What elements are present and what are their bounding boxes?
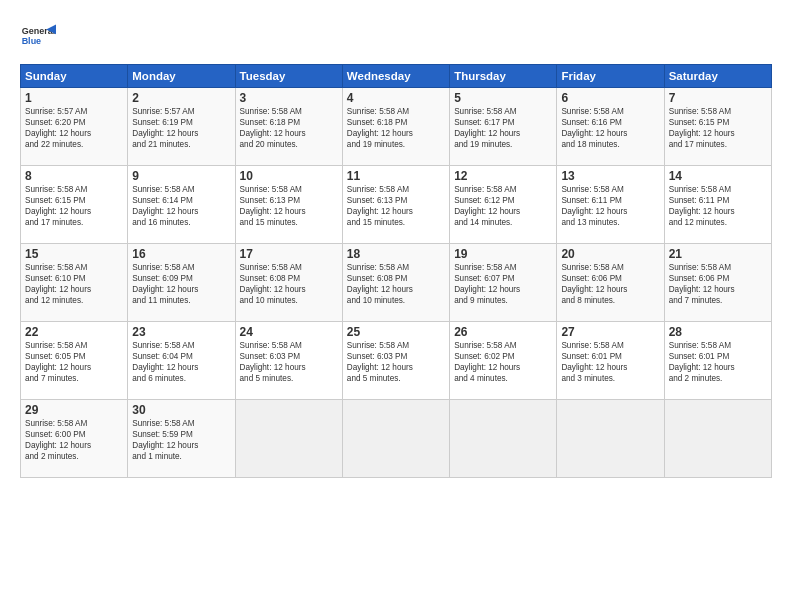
day-info: Sunrise: 5:58 AM Sunset: 6:10 PM Dayligh… <box>25 262 123 306</box>
day-number: 2 <box>132 91 230 105</box>
cal-cell: 1Sunrise: 5:57 AM Sunset: 6:20 PM Daylig… <box>21 88 128 166</box>
day-number: 8 <box>25 169 123 183</box>
day-number: 3 <box>240 91 338 105</box>
cal-cell: 20Sunrise: 5:58 AM Sunset: 6:06 PM Dayli… <box>557 244 664 322</box>
cal-cell: 11Sunrise: 5:58 AM Sunset: 6:13 PM Dayli… <box>342 166 449 244</box>
day-info: Sunrise: 5:58 AM Sunset: 6:08 PM Dayligh… <box>347 262 445 306</box>
day-number: 30 <box>132 403 230 417</box>
cal-cell <box>664 400 771 478</box>
day-number: 13 <box>561 169 659 183</box>
cal-cell: 16Sunrise: 5:58 AM Sunset: 6:09 PM Dayli… <box>128 244 235 322</box>
cal-cell: 30Sunrise: 5:58 AM Sunset: 5:59 PM Dayli… <box>128 400 235 478</box>
day-info: Sunrise: 5:58 AM Sunset: 6:17 PM Dayligh… <box>454 106 552 150</box>
day-info: Sunrise: 5:58 AM Sunset: 6:07 PM Dayligh… <box>454 262 552 306</box>
day-number: 9 <box>132 169 230 183</box>
day-number: 20 <box>561 247 659 261</box>
day-number: 5 <box>454 91 552 105</box>
cal-cell <box>450 400 557 478</box>
cal-cell: 4Sunrise: 5:58 AM Sunset: 6:18 PM Daylig… <box>342 88 449 166</box>
day-info: Sunrise: 5:58 AM Sunset: 6:18 PM Dayligh… <box>240 106 338 150</box>
day-number: 18 <box>347 247 445 261</box>
day-number: 23 <box>132 325 230 339</box>
col-header-wednesday: Wednesday <box>342 65 449 88</box>
day-info: Sunrise: 5:58 AM Sunset: 6:02 PM Dayligh… <box>454 340 552 384</box>
day-info: Sunrise: 5:58 AM Sunset: 6:15 PM Dayligh… <box>669 106 767 150</box>
day-number: 22 <box>25 325 123 339</box>
cal-cell: 2Sunrise: 5:57 AM Sunset: 6:19 PM Daylig… <box>128 88 235 166</box>
cal-cell <box>557 400 664 478</box>
col-header-friday: Friday <box>557 65 664 88</box>
cal-cell: 26Sunrise: 5:58 AM Sunset: 6:02 PM Dayli… <box>450 322 557 400</box>
day-info: Sunrise: 5:58 AM Sunset: 6:06 PM Dayligh… <box>669 262 767 306</box>
cal-cell: 19Sunrise: 5:58 AM Sunset: 6:07 PM Dayli… <box>450 244 557 322</box>
day-info: Sunrise: 5:58 AM Sunset: 6:05 PM Dayligh… <box>25 340 123 384</box>
day-info: Sunrise: 5:58 AM Sunset: 5:59 PM Dayligh… <box>132 418 230 462</box>
day-number: 29 <box>25 403 123 417</box>
day-info: Sunrise: 5:58 AM Sunset: 6:13 PM Dayligh… <box>347 184 445 228</box>
col-header-saturday: Saturday <box>664 65 771 88</box>
day-number: 4 <box>347 91 445 105</box>
cal-cell <box>235 400 342 478</box>
day-number: 27 <box>561 325 659 339</box>
cal-cell: 22Sunrise: 5:58 AM Sunset: 6:05 PM Dayli… <box>21 322 128 400</box>
day-info: Sunrise: 5:58 AM Sunset: 6:03 PM Dayligh… <box>240 340 338 384</box>
day-info: Sunrise: 5:58 AM Sunset: 6:15 PM Dayligh… <box>25 184 123 228</box>
svg-text:Blue: Blue <box>22 36 42 46</box>
col-header-tuesday: Tuesday <box>235 65 342 88</box>
cal-cell: 9Sunrise: 5:58 AM Sunset: 6:14 PM Daylig… <box>128 166 235 244</box>
day-info: Sunrise: 5:57 AM Sunset: 6:20 PM Dayligh… <box>25 106 123 150</box>
cal-cell: 5Sunrise: 5:58 AM Sunset: 6:17 PM Daylig… <box>450 88 557 166</box>
day-number: 11 <box>347 169 445 183</box>
cal-cell: 23Sunrise: 5:58 AM Sunset: 6:04 PM Dayli… <box>128 322 235 400</box>
cal-cell <box>342 400 449 478</box>
day-info: Sunrise: 5:58 AM Sunset: 6:18 PM Dayligh… <box>347 106 445 150</box>
cal-cell: 18Sunrise: 5:58 AM Sunset: 6:08 PM Dayli… <box>342 244 449 322</box>
cal-cell: 27Sunrise: 5:58 AM Sunset: 6:01 PM Dayli… <box>557 322 664 400</box>
day-info: Sunrise: 5:58 AM Sunset: 6:13 PM Dayligh… <box>240 184 338 228</box>
cal-cell: 24Sunrise: 5:58 AM Sunset: 6:03 PM Dayli… <box>235 322 342 400</box>
cal-cell: 8Sunrise: 5:58 AM Sunset: 6:15 PM Daylig… <box>21 166 128 244</box>
day-info: Sunrise: 5:58 AM Sunset: 6:01 PM Dayligh… <box>669 340 767 384</box>
day-number: 6 <box>561 91 659 105</box>
day-info: Sunrise: 5:58 AM Sunset: 6:06 PM Dayligh… <box>561 262 659 306</box>
cal-cell: 14Sunrise: 5:58 AM Sunset: 6:11 PM Dayli… <box>664 166 771 244</box>
cal-cell: 10Sunrise: 5:58 AM Sunset: 6:13 PM Dayli… <box>235 166 342 244</box>
col-header-sunday: Sunday <box>21 65 128 88</box>
day-info: Sunrise: 5:58 AM Sunset: 6:11 PM Dayligh… <box>669 184 767 228</box>
day-info: Sunrise: 5:58 AM Sunset: 6:09 PM Dayligh… <box>132 262 230 306</box>
day-number: 7 <box>669 91 767 105</box>
day-info: Sunrise: 5:58 AM Sunset: 6:03 PM Dayligh… <box>347 340 445 384</box>
cal-cell: 12Sunrise: 5:58 AM Sunset: 6:12 PM Dayli… <box>450 166 557 244</box>
cal-cell: 3Sunrise: 5:58 AM Sunset: 6:18 PM Daylig… <box>235 88 342 166</box>
col-header-thursday: Thursday <box>450 65 557 88</box>
day-number: 10 <box>240 169 338 183</box>
day-number: 16 <box>132 247 230 261</box>
day-info: Sunrise: 5:58 AM Sunset: 6:01 PM Dayligh… <box>561 340 659 384</box>
day-number: 14 <box>669 169 767 183</box>
cal-cell: 29Sunrise: 5:58 AM Sunset: 6:00 PM Dayli… <box>21 400 128 478</box>
day-info: Sunrise: 5:58 AM Sunset: 6:04 PM Dayligh… <box>132 340 230 384</box>
cal-cell: 7Sunrise: 5:58 AM Sunset: 6:15 PM Daylig… <box>664 88 771 166</box>
day-info: Sunrise: 5:58 AM Sunset: 6:16 PM Dayligh… <box>561 106 659 150</box>
day-info: Sunrise: 5:58 AM Sunset: 6:11 PM Dayligh… <box>561 184 659 228</box>
day-number: 19 <box>454 247 552 261</box>
cal-cell: 13Sunrise: 5:58 AM Sunset: 6:11 PM Dayli… <box>557 166 664 244</box>
day-info: Sunrise: 5:58 AM Sunset: 6:12 PM Dayligh… <box>454 184 552 228</box>
col-header-monday: Monday <box>128 65 235 88</box>
logo: General Blue <box>20 18 56 54</box>
cal-cell: 17Sunrise: 5:58 AM Sunset: 6:08 PM Dayli… <box>235 244 342 322</box>
day-number: 21 <box>669 247 767 261</box>
day-info: Sunrise: 5:58 AM Sunset: 6:08 PM Dayligh… <box>240 262 338 306</box>
day-info: Sunrise: 5:58 AM Sunset: 6:00 PM Dayligh… <box>25 418 123 462</box>
day-info: Sunrise: 5:58 AM Sunset: 6:14 PM Dayligh… <box>132 184 230 228</box>
day-number: 17 <box>240 247 338 261</box>
cal-cell: 15Sunrise: 5:58 AM Sunset: 6:10 PM Dayli… <box>21 244 128 322</box>
day-number: 25 <box>347 325 445 339</box>
day-number: 28 <box>669 325 767 339</box>
cal-cell: 21Sunrise: 5:58 AM Sunset: 6:06 PM Dayli… <box>664 244 771 322</box>
cal-cell: 28Sunrise: 5:58 AM Sunset: 6:01 PM Dayli… <box>664 322 771 400</box>
day-info: Sunrise: 5:57 AM Sunset: 6:19 PM Dayligh… <box>132 106 230 150</box>
day-number: 1 <box>25 91 123 105</box>
cal-cell: 6Sunrise: 5:58 AM Sunset: 6:16 PM Daylig… <box>557 88 664 166</box>
cal-cell: 25Sunrise: 5:58 AM Sunset: 6:03 PM Dayli… <box>342 322 449 400</box>
